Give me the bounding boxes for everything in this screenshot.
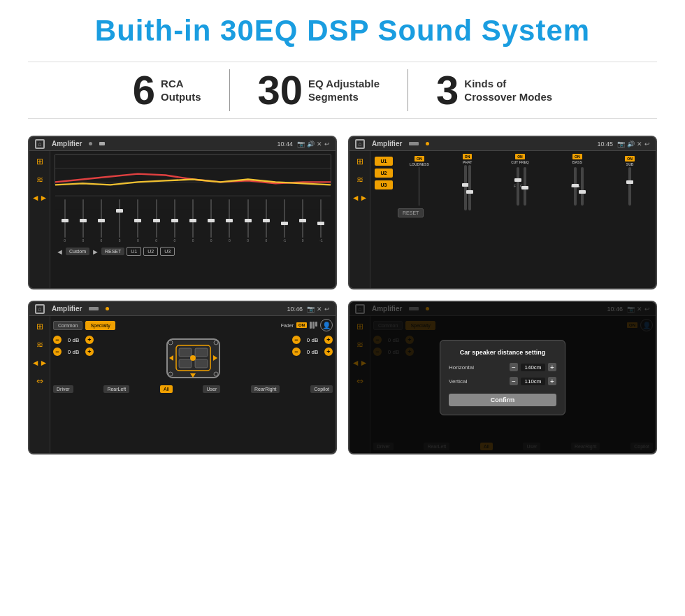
vertical-value: 110cm [521, 378, 545, 385]
sidebar-vol3-icon[interactable]: ◄► [31, 358, 48, 368]
eq-track-3[interactable] [119, 199, 120, 238]
cutfreq-fader-2[interactable] [524, 167, 526, 206]
car-svg [164, 336, 223, 381]
amp2-presets: U1 U2 U3 [373, 154, 394, 285]
preset-u3[interactable]: U3 [375, 180, 393, 189]
sidebar-wave-icon[interactable]: ≋ [36, 175, 43, 185]
btn-driver[interactable]: Driver [53, 385, 73, 393]
eq-thumb-11[interactable] [263, 219, 270, 222]
camera-icon-3: 📷 [307, 306, 315, 313]
eq-reset-btn[interactable]: RESET [101, 248, 124, 255]
vol-plus-0[interactable]: + [85, 336, 94, 344]
btn-all[interactable]: All [160, 385, 173, 393]
btn-user[interactable]: User [203, 385, 220, 393]
eq-thumb-1[interactable] [80, 219, 87, 222]
preset-u2[interactable]: U2 [375, 169, 393, 178]
vol-minus-0[interactable]: − [53, 336, 62, 344]
eq-track-0[interactable] [64, 199, 66, 238]
svg-rect-8 [179, 359, 192, 368]
btn-copilot[interactable]: Copilot [310, 385, 333, 393]
app-name-1: Amplifier [52, 140, 82, 148]
tab-specialty-3[interactable]: Specialty [85, 321, 115, 330]
eq-thumb-14[interactable] [317, 222, 324, 225]
cutfreq-fader-1[interactable] [517, 167, 519, 206]
channel-loudness: ON LOUDNESS [396, 156, 442, 206]
eq-thumb-3[interactable] [116, 209, 123, 213]
eq-track-2[interactable] [101, 199, 102, 238]
eq-thumb-9[interactable] [226, 219, 233, 222]
sub-thumb[interactable] [626, 180, 633, 184]
eq-thumb-0[interactable] [62, 219, 68, 222]
eq-track-12[interactable] [284, 199, 285, 238]
eq-u1-btn[interactable]: U1 [127, 247, 141, 256]
sidebar-eq3-icon[interactable]: ⊞ [36, 322, 43, 331]
app-name-2: Amplifier [372, 140, 402, 148]
eq-thumb-6[interactable] [171, 219, 178, 222]
home-icon-1[interactable] [35, 139, 45, 149]
cutfreq-thumb-1[interactable] [514, 178, 521, 182]
vertical-minus-btn[interactable]: − [510, 377, 518, 385]
eq-track-1[interactable] [82, 199, 84, 238]
dialog-vertical-control: − 110cm + [510, 377, 556, 385]
stats-row: 6 RCAOutputs 30 EQ AdjustableSegments 3 … [28, 62, 657, 119]
sidebar-wave2-icon[interactable]: ≋ [356, 175, 363, 185]
eq-track-10[interactable] [247, 199, 249, 238]
eq-u3-btn[interactable]: U3 [160, 247, 175, 256]
sidebar-wave3-icon[interactable]: ≋ [36, 340, 43, 350]
eq-thumb-12[interactable] [281, 222, 288, 225]
sidebar-eq2-icon[interactable]: ⊞ [356, 157, 363, 166]
status-icons-2: 📷 🔊 ✕ ↩ [617, 141, 650, 148]
bass-thumb-2[interactable] [579, 190, 586, 194]
stat-eq-label: EQ AdjustableSegments [308, 77, 380, 104]
eq-thumb-13[interactable] [299, 219, 306, 222]
cutfreq-thumb-2[interactable] [521, 186, 528, 189]
home-icon-3[interactable] [35, 304, 45, 314]
eq-u2-btn[interactable]: U2 [143, 247, 158, 256]
phat-fader-2[interactable] [468, 165, 471, 210]
eq-thumb-8[interactable] [208, 219, 215, 222]
eq-thumb-4[interactable] [134, 219, 141, 222]
sidebar-vol-icon[interactable]: ◄► [31, 193, 48, 203]
amp2-reset-btn[interactable]: RESET [398, 208, 424, 217]
bass-fader-1[interactable] [574, 167, 577, 206]
sidebar-eq-icon[interactable]: ⊞ [36, 157, 43, 166]
amp2-content-area: U1 U2 U3 ON LOUDNESS [373, 154, 653, 285]
sub-fader[interactable] [628, 167, 631, 206]
eq-next-arrow[interactable]: ► [92, 248, 99, 256]
eq-track-13[interactable] [302, 199, 303, 238]
sidebar-arr3-icon[interactable]: ⇔ [36, 376, 43, 386]
bass-thumb-1[interactable] [572, 184, 579, 187]
sidebar-vol2-icon[interactable]: ◄► [352, 193, 368, 203]
eq-thumb-7[interactable] [189, 219, 196, 222]
eq-thumb-5[interactable] [153, 219, 160, 222]
vol-plus-2[interactable]: + [324, 336, 333, 344]
bass-fader-2[interactable] [581, 167, 584, 206]
eq-thumb-2[interactable] [98, 219, 105, 222]
vol-minus-2[interactable]: − [292, 336, 301, 344]
phat-thumb-2[interactable] [466, 190, 473, 194]
vol-val-2: 0 dB [303, 337, 322, 343]
tab-common-3[interactable]: Common [53, 321, 82, 330]
eq-track-7[interactable] [192, 199, 194, 238]
vol-minus-3[interactable]: − [292, 348, 301, 356]
phat-fader-1[interactable] [464, 165, 467, 210]
home-icon-2[interactable] [355, 139, 365, 149]
eq-prev-arrow[interactable]: ◄ [56, 248, 64, 256]
vol-plus-1[interactable]: + [85, 348, 94, 356]
horizontal-minus-btn[interactable]: − [510, 363, 518, 371]
horizontal-plus-btn[interactable]: + [548, 363, 556, 371]
eq-track-5[interactable] [156, 199, 157, 238]
preset-u1[interactable]: U1 [375, 157, 393, 166]
btn-rearright[interactable]: RearRight [251, 385, 280, 393]
eq-custom-btn[interactable]: Custom [66, 248, 89, 255]
vertical-plus-btn[interactable]: + [548, 377, 556, 385]
eq-track-8[interactable] [210, 199, 212, 238]
eq-track-11[interactable] [266, 199, 267, 238]
vol-minus-1[interactable]: − [53, 348, 62, 356]
eq-track-6[interactable] [174, 199, 175, 238]
vol-plus-3[interactable]: + [324, 348, 333, 356]
confirm-button[interactable]: Confirm [449, 394, 556, 406]
btn-rearleft[interactable]: RearLeft [103, 385, 129, 393]
eq-thumb-10[interactable] [245, 219, 252, 222]
fader-bars [310, 322, 317, 329]
